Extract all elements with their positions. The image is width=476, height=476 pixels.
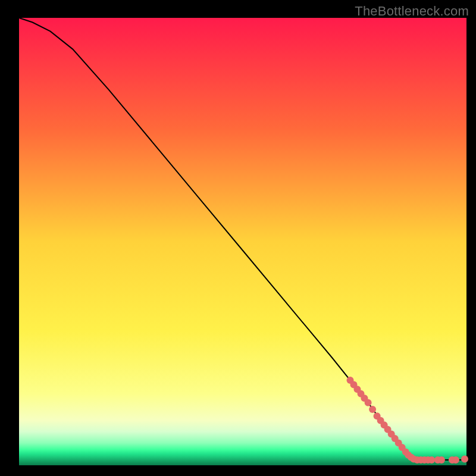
highlight-point	[461, 456, 468, 463]
highlight-point	[428, 456, 435, 464]
highlight-point	[369, 406, 376, 413]
plot-background	[19, 18, 466, 465]
highlight-point	[438, 456, 445, 464]
watermark-label: TheBottleneck.com	[355, 4, 469, 19]
chart-svg	[0, 0, 476, 476]
chart-frame: TheBottleneck.com	[0, 0, 476, 476]
highlight-point	[365, 399, 372, 406]
highlight-point	[452, 456, 459, 464]
